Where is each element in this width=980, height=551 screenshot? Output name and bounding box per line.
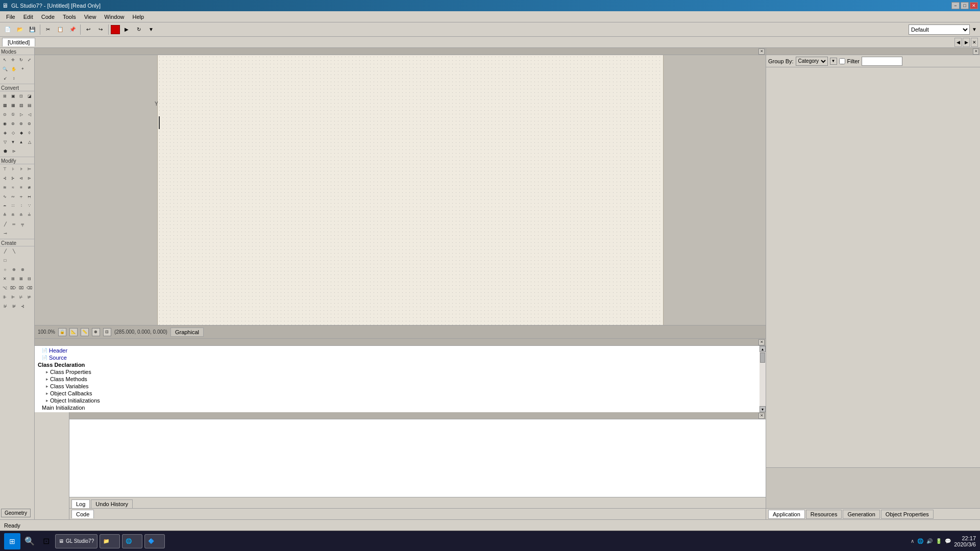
outline-object-callbacks[interactable]: ▸ Object Callbacks [35, 390, 766, 397]
mod-15[interactable]: ∻ [17, 192, 25, 201]
viewport-icon1[interactable]: 📐 [69, 328, 78, 336]
tool-zoom[interactable]: 🔍 [1, 65, 9, 73]
mod-10[interactable]: ≈ [9, 183, 17, 191]
toolbar-new[interactable]: 📄 [2, 24, 13, 35]
toolbar-paste[interactable]: 📌 [67, 24, 78, 35]
systray-notification[interactable]: 💬 [945, 538, 951, 544]
filter-checkbox[interactable] [839, 58, 845, 64]
outline-class-methods[interactable]: ▸ Class Methods [35, 375, 766, 383]
tab-scroll-left[interactable]: ◀ [954, 38, 962, 47]
conv-10[interactable]: ① [9, 110, 17, 118]
zoom-lock-btn[interactable]: 🔒 [58, 328, 66, 336]
toolbar-redo[interactable]: ↪ [95, 24, 106, 35]
mod-17[interactable]: ∸ [1, 202, 9, 210]
start-button[interactable]: ⊞ [4, 533, 20, 549]
mod-20[interactable]: ∵ [26, 202, 33, 210]
conv-20[interactable]: ◊ [26, 129, 33, 137]
group-by-select[interactable]: Category [796, 57, 828, 66]
tab-generation[interactable]: Generation [843, 510, 879, 519]
outline-scroll-thumb[interactable] [760, 353, 765, 363]
crt-12[interactable]: ⌦ [9, 284, 17, 292]
taskbar-app-extra[interactable]: 🔷 [144, 534, 165, 548]
mod-1[interactable]: ⊤ [1, 165, 9, 173]
tab-close[interactable]: ✕ [971, 38, 978, 47]
toolbar-open[interactable]: 📂 [14, 24, 26, 35]
mod-6[interactable]: ⊱ [9, 174, 17, 182]
systray-up-arrow[interactable]: ∧ [911, 538, 914, 544]
crt-21[interactable]: ⊰ [18, 302, 27, 310]
mod-13[interactable]: ∿ [1, 192, 9, 201]
crt-20[interactable]: ⊯ [10, 302, 18, 310]
taskbar-app-browser[interactable]: 🌐 [122, 534, 142, 548]
tab-object-properties[interactable]: Object Properties [881, 510, 934, 519]
viewport-close-btn[interactable]: ✕ [758, 48, 765, 55]
tool-mode4[interactable]: ↕ [10, 74, 18, 82]
systray-network[interactable]: 🌐 [917, 538, 923, 544]
close-button[interactable]: ✕ [970, 2, 978, 9]
tab-application[interactable]: Application [768, 510, 805, 519]
outline-scroll-down-btn[interactable]: ▼ [760, 406, 766, 412]
log-tab[interactable]: Log [71, 499, 90, 508]
systray-volume[interactable]: 🔊 [926, 538, 933, 544]
conv-19[interactable]: ◆ [17, 129, 25, 137]
crt-4[interactable]: ○ [1, 265, 9, 273]
tab-untitled[interactable]: [Untitled] [2, 38, 35, 46]
mod-8[interactable]: ⊳ [26, 174, 33, 182]
tool-cursor[interactable]: ⌖ [18, 65, 27, 73]
log-close-btn[interactable]: ✕ [758, 413, 765, 419]
code-tab[interactable]: Code [71, 510, 94, 518]
toolbar-stop[interactable] [111, 25, 120, 34]
mod-18[interactable]: ∷ [9, 202, 17, 210]
mod-25[interactable]: ╱ [1, 220, 9, 228]
menu-code[interactable]: Code [37, 13, 59, 21]
conv-22[interactable]: ▼ [9, 138, 17, 146]
tab-scroll-right[interactable]: ▶ [963, 38, 970, 47]
menu-view[interactable]: View [80, 13, 101, 21]
menu-edit[interactable]: Edit [19, 13, 37, 21]
graphical-tab[interactable]: Graphical [170, 328, 204, 337]
conv-9[interactable]: ⊙ [1, 110, 9, 118]
mod-11[interactable]: ≡ [17, 183, 25, 191]
crt-17[interactable]: ⊬ [17, 293, 25, 301]
mod-12[interactable]: ≢ [26, 183, 33, 191]
conv-21[interactable]: ▽ [1, 138, 9, 146]
viewport-icon2[interactable]: 📏 [81, 328, 89, 336]
mod-24[interactable]: ≟ [26, 211, 33, 219]
menu-window[interactable]: Window [100, 13, 128, 21]
mod-single[interactable]: ⊸ [1, 229, 9, 237]
toolbar-cut[interactable]: ✂ [42, 24, 54, 35]
taskbar-search[interactable]: 🔍 [22, 534, 37, 548]
maximize-button[interactable]: □ [961, 2, 969, 9]
outline-object-initializations[interactable]: ▸ Object Initializations [35, 397, 766, 404]
mod-2[interactable]: ⊦ [9, 165, 17, 173]
conv-4[interactable]: ◪ [26, 92, 33, 100]
undo-history-tab[interactable]: Undo History [91, 499, 133, 508]
group-by-dropdown-btn[interactable]: ▼ [830, 58, 837, 65]
crt-18[interactable]: ⊭ [26, 293, 33, 301]
crt-19[interactable]: ⊮ [1, 302, 9, 310]
conv-16[interactable]: ⊜ [26, 119, 33, 128]
crt-10[interactable]: ⊟ [26, 274, 33, 283]
conv-18[interactable]: ◇ [9, 129, 17, 137]
outline-close-btn[interactable]: ✕ [758, 339, 765, 345]
conv-15[interactable]: ⊛ [17, 119, 25, 128]
conv-3[interactable]: ⊡ [17, 92, 25, 100]
conv-26[interactable]: ⊳ [10, 147, 18, 155]
crt-5[interactable]: ⊕ [10, 265, 18, 273]
tool-scale[interactable]: ⤢ [26, 56, 33, 64]
conv-14[interactable]: ⊚ [9, 119, 17, 128]
crt-15[interactable]: ⊪ [1, 293, 9, 301]
canvas[interactable]: Y [157, 55, 664, 325]
minimize-button[interactable]: − [951, 2, 960, 9]
viewport-icon3[interactable]: ⊕ [92, 328, 100, 336]
toolbar-refresh[interactable]: ↻ [133, 24, 144, 35]
menu-file[interactable]: File [2, 13, 19, 21]
taskbar-app-explorer[interactable]: 📁 [100, 534, 120, 548]
conv-24[interactable]: △ [26, 138, 33, 146]
outline-scroll-up-btn[interactable]: ▲ [760, 346, 766, 352]
mod-21[interactable]: ≜ [1, 211, 9, 219]
tab-resources[interactable]: Resources [806, 510, 842, 519]
mod-9[interactable]: ≋ [1, 183, 9, 191]
conv-5[interactable]: ▩ [1, 101, 9, 109]
mod-7[interactable]: ⊲ [17, 174, 25, 182]
